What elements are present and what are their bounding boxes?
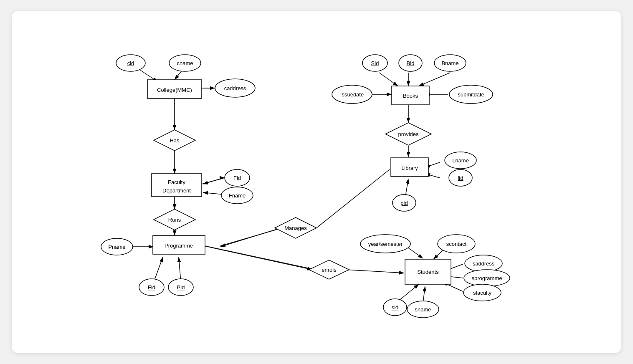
- saddress-text: saddress: [473, 260, 495, 267]
- lname-text: Lname: [452, 157, 469, 164]
- svg-line-32: [408, 248, 423, 258]
- enrols-label: enrols: [322, 267, 337, 273]
- svg-line-31: [220, 228, 282, 246]
- diagram-container: College(MMC) Faculty Department Programm…: [12, 11, 621, 353]
- yearsem-text: year/semester: [368, 241, 403, 247]
- sprogramme-text: sprogramme: [472, 275, 502, 281]
- cname-text: cname: [177, 60, 193, 66]
- runs-label: Runs: [168, 217, 181, 223]
- has-label: Has: [170, 137, 180, 144]
- fname-text: Fname: [229, 192, 246, 199]
- caddress-text: caddress: [224, 85, 246, 91]
- sid-students-text: sid: [392, 304, 399, 311]
- cid-text: cid: [127, 60, 134, 66]
- svg-line-38: [423, 286, 425, 303]
- bid-text: Bid: [407, 60, 415, 66]
- programme-label: Programme: [165, 243, 193, 249]
- svg-line-41: [203, 245, 311, 269]
- scontact-text: scontact: [446, 241, 467, 247]
- svg-line-20: [419, 73, 450, 86]
- svg-line-17: [179, 257, 181, 281]
- college-label: College(MMC): [157, 87, 192, 93]
- pid-text: Pid: [177, 284, 185, 291]
- pname-text: Pname: [108, 244, 125, 250]
- submitdate-text: submitdate: [458, 91, 484, 98]
- books-label: Books: [403, 93, 418, 99]
- svg-line-11: [203, 178, 224, 184]
- issuedate-text: Issuedate: [340, 91, 364, 98]
- faculty-label-line2: Department: [162, 187, 191, 194]
- lib-pid-text: pid: [400, 200, 408, 206]
- svg-line-16: [154, 257, 163, 282]
- students-label: Students: [417, 269, 439, 275]
- lid-text: lid: [458, 175, 463, 181]
- fid2-text: Fid: [148, 284, 155, 291]
- manages-label: Manages: [284, 225, 307, 231]
- faculty-label-line1: Faculty: [168, 179, 185, 185]
- provides-label: provides: [398, 131, 419, 137]
- sid-books-text: Sid: [371, 60, 379, 66]
- fid-text: Fid: [233, 175, 241, 181]
- bname-text: Bname: [441, 60, 458, 66]
- sname-text: sname: [415, 306, 431, 313]
- svg-line-12: [203, 192, 224, 195]
- svg-line-28: [316, 169, 390, 228]
- sfaculty-text: sfaculty: [473, 290, 492, 296]
- svg-line-18: [379, 73, 398, 86]
- svg-line-39: [346, 270, 404, 273]
- library-label: Library: [401, 165, 418, 171]
